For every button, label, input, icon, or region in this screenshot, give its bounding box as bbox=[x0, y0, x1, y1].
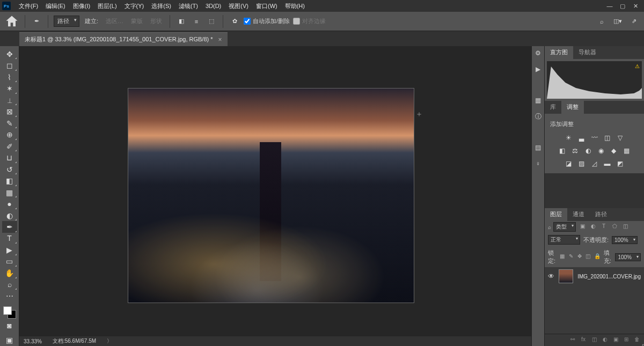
brightness-adj-icon[interactable]: ☀ bbox=[564, 134, 574, 142]
invert-adj-icon[interactable]: ◪ bbox=[564, 159, 574, 168]
doc-info-chevron-icon[interactable]: 〉 bbox=[107, 337, 112, 345]
make-shape[interactable]: 形状 bbox=[148, 17, 164, 25]
layer-mask-icon[interactable]: ◫ bbox=[590, 336, 598, 344]
threshold-adj-icon[interactable]: ◿ bbox=[590, 159, 599, 168]
eyedropper-tool[interactable]: ✎ bbox=[2, 117, 17, 129]
share-icon[interactable]: ⇗ bbox=[628, 16, 640, 27]
adjustments-dock-icon[interactable]: ⚙ bbox=[533, 48, 543, 58]
posterize-adj-icon[interactable]: ▨ bbox=[577, 159, 587, 168]
lock-brush-icon[interactable]: ✎ bbox=[568, 253, 574, 261]
path-combine-icon[interactable]: ◧ bbox=[175, 16, 187, 27]
gradmap-adj-icon[interactable]: ▬ bbox=[603, 159, 612, 168]
stamp-tool[interactable]: ⊔ bbox=[2, 152, 17, 163]
menu-type[interactable]: 文字(Y) bbox=[121, 1, 148, 12]
healing-tool[interactable]: ⊕ bbox=[2, 129, 17, 140]
move-tool[interactable]: ✥ bbox=[2, 48, 17, 60]
menu-3d[interactable]: 3D(D) bbox=[202, 1, 225, 11]
histogram-tab[interactable]: 直方图 bbox=[545, 46, 573, 59]
styles-dock-icon[interactable]: ▦ bbox=[533, 95, 543, 105]
tab-close-icon[interactable]: × bbox=[218, 36, 222, 43]
history-brush-tool[interactable]: ↺ bbox=[2, 164, 17, 175]
foreground-background-swatch[interactable] bbox=[2, 305, 17, 320]
zoom-tool[interactable]: ⌕ bbox=[2, 279, 17, 290]
blur-tool[interactable]: ● bbox=[2, 198, 17, 209]
new-layer-icon[interactable]: ⊞ bbox=[623, 336, 630, 344]
layer-fx-icon[interactable]: fx bbox=[580, 336, 587, 344]
bw-adj-icon[interactable]: ◐ bbox=[583, 146, 593, 155]
filter-type-icon[interactable]: T bbox=[599, 223, 608, 231]
eraser-tool[interactable]: ◧ bbox=[2, 175, 17, 186]
make-mask[interactable]: 蒙版 bbox=[129, 17, 145, 25]
fill-value[interactable]: 100% bbox=[615, 253, 641, 261]
pen-tool-indicator[interactable]: ✒ bbox=[31, 16, 42, 27]
quickmask-toggle[interactable]: ◙ bbox=[2, 320, 17, 331]
levels-adj-icon[interactable]: ▃ bbox=[577, 134, 587, 142]
gear-icon[interactable]: ✿ bbox=[229, 16, 240, 27]
filter-pixel-icon[interactable]: ▣ bbox=[578, 223, 587, 231]
search-icon[interactable]: ⌕ bbox=[596, 16, 608, 27]
zoom-level[interactable]: 33.33% bbox=[24, 338, 42, 344]
layer-visibility-icon[interactable]: 👁 bbox=[548, 273, 554, 280]
vibrance-adj-icon[interactable]: ▽ bbox=[616, 134, 625, 142]
menu-help[interactable]: 帮助(H) bbox=[281, 1, 309, 12]
menu-view[interactable]: 视图(V) bbox=[225, 1, 252, 12]
opacity-value[interactable]: 100% bbox=[612, 236, 638, 244]
doc-info[interactable]: 文档:56.6M/67.5M bbox=[53, 337, 96, 345]
blend-mode-dropdown[interactable]: 正常 bbox=[548, 235, 580, 245]
canvas-area[interactable]: ＋ bbox=[19, 46, 531, 346]
filter-adj-icon[interactable]: ◐ bbox=[589, 223, 597, 231]
frame-tool[interactable]: ⊠ bbox=[2, 106, 17, 117]
menu-image[interactable]: 图像(I) bbox=[69, 1, 94, 12]
home-button[interactable] bbox=[4, 14, 19, 29]
menu-filter[interactable]: 滤镜(T) bbox=[175, 1, 202, 12]
screenmode-toggle[interactable]: ▣ bbox=[2, 335, 17, 346]
path-arrange-icon[interactable]: ⬚ bbox=[206, 16, 217, 27]
navigator-tab[interactable]: 导航器 bbox=[573, 46, 602, 59]
quick-select-tool[interactable]: ✶ bbox=[2, 83, 17, 94]
menu-edit[interactable]: 编辑(E) bbox=[42, 1, 69, 12]
colorlookup-adj-icon[interactable]: ▦ bbox=[622, 146, 632, 155]
crop-tool[interactable]: ⟂ bbox=[2, 94, 17, 106]
swatches-dock-icon[interactable]: ▤ bbox=[533, 143, 543, 152]
restore-button[interactable]: ▢ bbox=[618, 2, 627, 10]
paths-tab[interactable]: 路径 bbox=[590, 208, 612, 221]
shape-tool[interactable]: ▭ bbox=[2, 256, 17, 267]
path-mode-dropdown[interactable]: 路径 bbox=[54, 16, 79, 27]
minimize-button[interactable]: — bbox=[605, 2, 614, 10]
document-tab[interactable]: 未标题1 @ 33.3% (IMG_20200108_171455_001_CO… bbox=[19, 32, 228, 46]
info-dock-icon[interactable]: ⓘ bbox=[533, 112, 543, 121]
menu-select[interactable]: 选择(S) bbox=[148, 1, 175, 12]
curves-adj-icon[interactable]: 〰 bbox=[590, 134, 599, 142]
lasso-tool[interactable]: ⌇ bbox=[2, 71, 17, 83]
brush-tool[interactable]: ✐ bbox=[2, 141, 17, 152]
channelmixer-adj-icon[interactable]: ◆ bbox=[609, 146, 619, 155]
colorbalance-adj-icon[interactable]: ⚖ bbox=[570, 146, 580, 155]
exposure-adj-icon[interactable]: ◫ bbox=[603, 134, 612, 142]
make-selection[interactable]: 选区… bbox=[104, 17, 126, 25]
marquee-tool[interactable]: ◻ bbox=[2, 60, 17, 71]
lock-position-icon[interactable]: ✥ bbox=[577, 253, 582, 261]
pen-tool[interactable]: ✒ bbox=[2, 221, 17, 232]
adjustments-tab[interactable]: 调整 bbox=[561, 101, 584, 114]
close-button[interactable]: ✕ bbox=[631, 2, 640, 10]
library-tab[interactable]: 库 bbox=[545, 101, 561, 114]
layer-thumbnail[interactable] bbox=[559, 269, 573, 283]
delete-layer-icon[interactable]: 🗑 bbox=[633, 336, 641, 344]
edit-toolbar[interactable]: ⋯ bbox=[2, 290, 17, 301]
workspace-switcher-icon[interactable]: ◫▾ bbox=[612, 16, 624, 27]
layer-row[interactable]: 👁 IMG_202001...COVER.jpg bbox=[545, 267, 644, 285]
auto-add-delete-checkbox[interactable] bbox=[244, 18, 251, 25]
new-adj-layer-icon[interactable]: ◐ bbox=[601, 336, 609, 344]
path-align-icon[interactable]: ≡ bbox=[191, 16, 202, 27]
document-canvas[interactable] bbox=[128, 88, 414, 303]
lock-artboard-icon[interactable]: ◫ bbox=[586, 253, 591, 261]
layer-filter-dropdown[interactable]: 类型 bbox=[553, 222, 576, 232]
channels-tab[interactable]: 通道 bbox=[567, 208, 590, 221]
layers-tab[interactable]: 图层 bbox=[545, 208, 567, 221]
new-group-icon[interactable]: ▣ bbox=[612, 336, 619, 344]
libraries-dock-icon[interactable]: ♀ bbox=[533, 159, 543, 168]
menu-window[interactable]: 窗口(W) bbox=[252, 1, 281, 12]
filter-shape-icon[interactable]: ⬠ bbox=[610, 223, 619, 231]
actions-dock-icon[interactable]: ▶ bbox=[533, 64, 543, 74]
menu-file[interactable]: 文件(F) bbox=[15, 1, 42, 12]
